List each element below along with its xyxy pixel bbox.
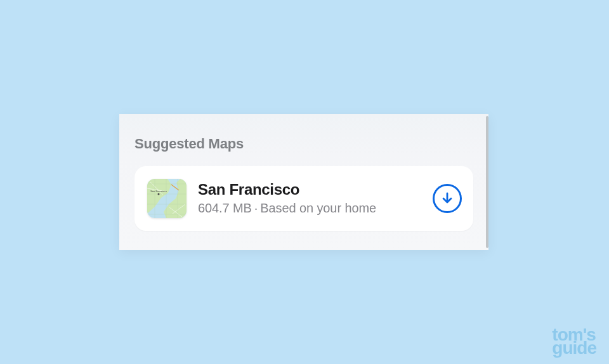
suggested-map-size: 604.7 MB — [198, 201, 252, 215]
svg-text:San Francisco: San Francisco — [150, 190, 167, 193]
section-title: Suggested Maps — [134, 136, 473, 152]
watermark-logo: tom's guide — [552, 328, 596, 355]
download-arrow-icon — [440, 191, 455, 206]
suggested-map-subtitle: 604.7 MB·Based on your home — [198, 200, 421, 216]
map-thumbnail: San Francisco — [147, 179, 187, 218]
suggested-map-reason: Based on your home — [260, 201, 376, 215]
panel-scrollbar[interactable] — [486, 116, 488, 248]
download-button[interactable] — [433, 184, 462, 213]
watermark-line2: guide — [552, 341, 596, 355]
suggested-maps-panel: Suggested Maps San Francisco San Francis… — [119, 114, 488, 250]
suggested-map-text: San Francisco 604.7 MB·Based on your hom… — [198, 181, 421, 216]
suggested-map-name: San Francisco — [198, 181, 421, 198]
separator-dot: · — [252, 201, 260, 215]
suggested-map-card[interactable]: San Francisco San Francisco 604.7 MB·Bas… — [134, 166, 473, 231]
svg-point-1 — [158, 193, 160, 195]
